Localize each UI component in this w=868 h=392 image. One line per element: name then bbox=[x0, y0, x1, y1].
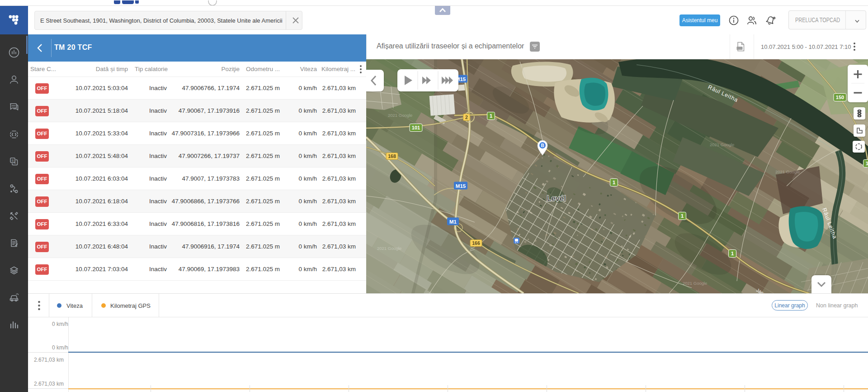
svg-text:1: 1 bbox=[866, 161, 868, 166]
svg-text:2021 Google: 2021 Google bbox=[775, 169, 800, 174]
svg-text:1: 1 bbox=[681, 213, 684, 219]
svg-text:1: 1 bbox=[731, 251, 734, 256]
svg-text:Levél: Levél bbox=[547, 194, 566, 202]
svg-text:1: 1 bbox=[613, 180, 615, 185]
svg-text:166: 166 bbox=[472, 240, 480, 246]
svg-text:2021 Google: 2021 Google bbox=[377, 246, 401, 251]
svg-text:168: 168 bbox=[388, 153, 396, 159]
svg-text:2021 Google: 2021 Google bbox=[710, 142, 734, 147]
svg-text:M1: M1 bbox=[449, 219, 457, 225]
svg-text:M15: M15 bbox=[456, 183, 466, 189]
svg-text:150: 150 bbox=[836, 95, 844, 100]
svg-text:2021 Google: 2021 Google bbox=[683, 281, 707, 286]
svg-text:1: 1 bbox=[490, 113, 492, 119]
svg-text:A: A bbox=[14, 161, 16, 164]
svg-text:B: B bbox=[541, 143, 544, 148]
svg-text:2: 2 bbox=[465, 115, 468, 120]
svg-text:XLS: XLS bbox=[737, 47, 742, 50]
svg-text:101: 101 bbox=[412, 125, 420, 130]
svg-text:2021 Google: 2021 Google bbox=[388, 113, 412, 118]
